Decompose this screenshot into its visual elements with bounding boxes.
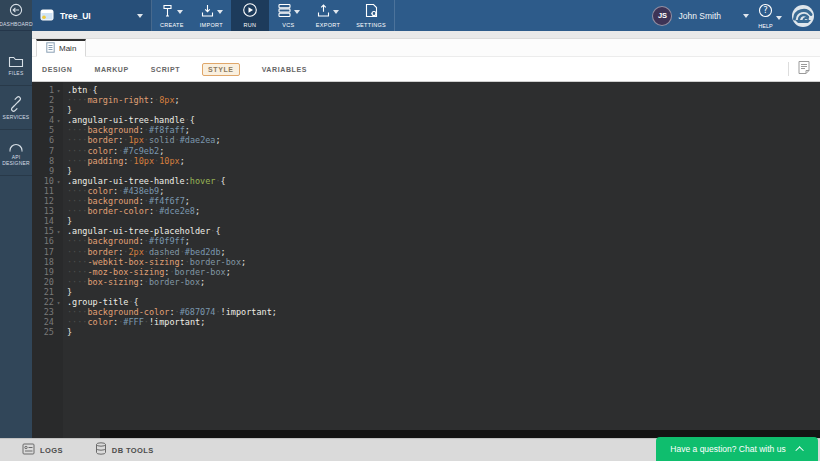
project-icon xyxy=(40,7,54,25)
gutter-line[interactable]: 6 xyxy=(32,135,63,145)
gutter-line[interactable]: 14 xyxy=(32,216,63,226)
editor-header: Main DESIGN MARKUP SCRIPT STYLE VARIABLE… xyxy=(32,31,820,82)
gutter: 1▾234▾5678910▾1112131415▾16171819202122▾… xyxy=(32,82,63,438)
menu-export[interactable]: EXPORT xyxy=(308,0,348,31)
code-line[interactable]: ····background:·#f4f6f7; xyxy=(67,196,820,206)
gutter-line[interactable]: 9 xyxy=(32,166,63,176)
gutter-line[interactable]: 19 xyxy=(32,267,63,277)
dashboard-icon xyxy=(8,3,24,19)
left-sidebar: DASHBOARD FILES SERVI xyxy=(0,0,32,438)
sidebar-item-label: SERVICES xyxy=(3,114,30,120)
menu-vcs[interactable]: VCS xyxy=(269,0,308,31)
gutter-line[interactable]: 16 xyxy=(32,236,63,246)
menu-create[interactable]: CREATE xyxy=(152,0,192,31)
menu-settings[interactable]: SETTINGS xyxy=(348,0,395,31)
gutter-line[interactable]: 25 xyxy=(32,327,63,337)
code-line[interactable]: .btn·{ xyxy=(67,85,820,95)
code-line[interactable]: ····-moz-box-sizing:·border-box; xyxy=(67,267,820,277)
gutter-line[interactable]: 1▾ xyxy=(32,85,63,95)
gutter-line[interactable]: 10▾ xyxy=(32,176,63,186)
gutter-line[interactable]: 24 xyxy=(32,317,63,327)
db-tools-label: DB TOOLS xyxy=(112,446,154,455)
code-line[interactable]: ····padding:·10px·10px; xyxy=(67,156,820,166)
gutter-line[interactable]: 17 xyxy=(32,247,63,257)
gutter-line[interactable]: 3 xyxy=(32,105,63,115)
avatar: JS xyxy=(652,6,672,26)
gutter-line[interactable]: 20 xyxy=(32,277,63,287)
gutter-line[interactable]: 5 xyxy=(32,125,63,135)
code-line[interactable]: ····background:·#f0f9ff; xyxy=(67,236,820,246)
tab-main[interactable]: Main xyxy=(36,39,86,57)
gutter-line[interactable]: 11 xyxy=(32,186,63,196)
gutter-line[interactable]: 7 xyxy=(32,146,63,156)
gutter-line[interactable]: 12 xyxy=(32,196,63,206)
gutter-line[interactable]: 13 xyxy=(32,206,63,216)
code-area[interactable]: .btn·{····margin-right:·8px;}.angular-ui… xyxy=(67,82,820,430)
sidebar-item-files[interactable]: FILES xyxy=(0,44,32,86)
tab-markup[interactable]: MARKUP xyxy=(94,66,128,73)
sidebar-item-dashboard[interactable]: DASHBOARD xyxy=(0,0,32,31)
code-line[interactable]: ····color:·#FFF·!important; xyxy=(67,317,820,327)
code-line[interactable]: .angular-ui-tree-handle·{ xyxy=(67,115,820,125)
menu-run[interactable]: RUN xyxy=(231,0,269,31)
gutter-line[interactable]: 22▾ xyxy=(32,297,63,307)
help-menu[interactable]: ? HELP xyxy=(758,3,782,29)
gutter-line[interactable]: 4▾ xyxy=(32,115,63,125)
fold-toggle-icon[interactable]: ▾ xyxy=(54,227,63,237)
wavemaker-logo[interactable] xyxy=(791,4,815,28)
db-tools-button[interactable]: DB TOOLS xyxy=(95,441,154,459)
play-icon xyxy=(242,2,258,22)
code-line[interactable]: ····-webkit-box-sizing:·border-box; xyxy=(67,257,820,267)
hammer-icon xyxy=(160,3,175,22)
fold-toggle-icon[interactable]: ▾ xyxy=(54,177,63,187)
code-line[interactable]: .angular-ui-tree-handle:hover·{ xyxy=(67,176,820,186)
code-line[interactable]: .angular-ui-tree-placeholder·{ xyxy=(67,226,820,236)
gutter-line[interactable]: 21 xyxy=(32,287,63,297)
tab-style[interactable]: STYLE xyxy=(202,63,240,76)
tab-design[interactable]: DESIGN xyxy=(42,66,72,73)
code-line[interactable]: } xyxy=(67,287,820,297)
code-line[interactable]: } xyxy=(67,166,820,176)
sidebar-item-label: FILES xyxy=(9,70,24,76)
code-line[interactable]: ····background-color:·#687074·!important… xyxy=(67,307,820,317)
menu-label: RUN xyxy=(243,22,256,28)
chevron-down-icon xyxy=(743,14,749,18)
gutter-line[interactable]: 23 xyxy=(32,307,63,317)
chevron-down-icon xyxy=(294,10,300,14)
code-line[interactable]: ····box-sizing:·border-box; xyxy=(67,277,820,287)
code-line[interactable]: } xyxy=(67,105,820,115)
code-line[interactable]: ····color:·#7c9eb2; xyxy=(67,146,820,156)
code-line[interactable]: ····color:·#438eb9; xyxy=(67,186,820,196)
chat-widget-button[interactable]: Have a question? Chat with us xyxy=(656,437,818,461)
code-line[interactable]: .group-title·{ xyxy=(67,297,820,307)
code-line[interactable]: ····margin-right:·8px; xyxy=(67,95,820,105)
fold-toggle-icon[interactable]: ▾ xyxy=(54,86,63,96)
logs-button[interactable]: LOGS xyxy=(22,441,63,459)
code-line[interactable]: ····border:·2px·dashed·#bed2db; xyxy=(67,247,820,257)
link-icon xyxy=(8,96,24,112)
subtab-bar: DESIGN MARKUP SCRIPT STYLE VARIABLES xyxy=(32,57,820,82)
user-menu[interactable]: JS John Smith xyxy=(652,6,749,26)
gutter-line[interactable]: 2 xyxy=(32,95,63,105)
help-label: HELP xyxy=(758,23,772,29)
sidebar-item-api-designer[interactable]: API DESIGNER xyxy=(0,130,32,176)
tab-script[interactable]: SCRIPT xyxy=(151,66,180,73)
menu-label: IMPORT xyxy=(200,22,223,28)
code-line[interactable]: ····border:·1px·solid·#dae2ea; xyxy=(67,135,820,145)
folder-icon xyxy=(8,54,25,68)
code-line[interactable]: ····border-color:·#dce2e8; xyxy=(67,206,820,216)
project-selector[interactable]: Tree_UI xyxy=(32,0,152,31)
notes-icon[interactable] xyxy=(797,60,811,79)
tab-variables[interactable]: VARIABLES xyxy=(262,66,307,73)
code-line[interactable]: } xyxy=(67,327,820,337)
fold-toggle-icon[interactable]: ▾ xyxy=(54,298,63,308)
database-icon xyxy=(95,441,107,459)
menu-import[interactable]: IMPORT xyxy=(192,0,231,31)
fold-toggle-icon[interactable]: ▾ xyxy=(54,116,63,126)
gutter-line[interactable]: 18 xyxy=(32,257,63,267)
gutter-line[interactable]: 15▾ xyxy=(32,226,63,236)
code-line[interactable]: } xyxy=(67,216,820,226)
code-line[interactable]: ····background:·#f8faff; xyxy=(67,125,820,135)
gutter-line[interactable]: 8 xyxy=(32,156,63,166)
sidebar-item-services[interactable]: SERVICES xyxy=(0,86,32,130)
